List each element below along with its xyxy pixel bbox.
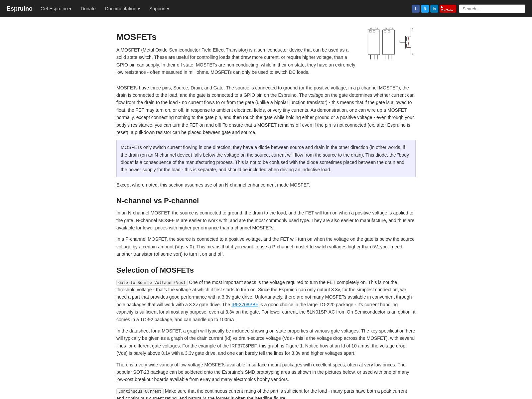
main-content: MOSFETs A MOSFET (Metal Oxide-Semiconduc… (103, 17, 429, 399)
svg-text:S: S (391, 27, 393, 30)
svg-rect-17 (388, 30, 390, 32)
facebook-icon[interactable]: f (412, 5, 420, 13)
navbar-brand[interactable]: Espruino (7, 5, 33, 12)
highlight-block: MOSFETs only switch current flowing in o… (116, 140, 416, 177)
irf3708pbf-link[interactable]: IRF3708PBF (231, 302, 258, 307)
svg-text:S: S (377, 27, 378, 30)
top-section: MOSFETs A MOSFET (Metal Oxide-Semiconduc… (116, 24, 416, 80)
section2-title: N-channel vs P-channel (116, 197, 416, 205)
search-input[interactable] (459, 4, 525, 13)
svg-text:G: G (398, 41, 400, 44)
svg-rect-16 (384, 30, 386, 32)
italic-voltage: voltage (308, 92, 323, 98)
svg-rect-7 (369, 30, 371, 32)
linkedin-icon[interactable]: in (430, 5, 438, 13)
chevron-down-icon: ▾ (69, 6, 71, 11)
highlight-text: MOSFETs only switch current flowing in o… (121, 145, 409, 172)
svg-rect-0 (368, 30, 380, 55)
sel-para1: Gate-to-Source Voltage (Vgs) One of the … (116, 279, 416, 323)
navbar: Espruino Get Espruino ▾ Donate Documenta… (0, 0, 532, 17)
nav-documentation[interactable]: Documentation ▾ (100, 6, 145, 11)
sel-para2: In the datasheet for a MOSFET, a graph w… (116, 327, 416, 357)
chevron-down-icon: ▾ (138, 6, 140, 11)
mosfet-diagram: G D S G D S (366, 24, 416, 62)
svg-text:D: D (375, 27, 376, 30)
intro-paragraph: A MOSFET (Metal Oxide-Semiconductor Fiel… (116, 46, 359, 76)
sel-para4: Continuous Current Make sure that the co… (116, 387, 416, 399)
gate-source-voltage-code: Gate-to-Source Voltage (Vgs) (116, 280, 188, 286)
para3: Except where noted, this section assumes… (116, 181, 416, 189)
continuous-current-code: Continuous Current (116, 388, 164, 394)
section3-title: Selection of MOSFETs (116, 266, 416, 275)
top-text: MOSFETs A MOSFET (Metal Oxide-Semiconduc… (116, 24, 359, 80)
svg-text:D: D (412, 28, 414, 31)
chevron-down-icon: ▾ (167, 6, 169, 11)
navbar-links: Get Espruino ▾ Donate Documentation ▾ Su… (36, 6, 412, 11)
nchannel-para2: In a P-channel MOSFET, the source is con… (116, 235, 416, 258)
nav-donate[interactable]: Donate (76, 6, 100, 11)
svg-text:S: S (412, 53, 413, 56)
svg-text:D: D (389, 27, 391, 30)
nav-support[interactable]: Support ▾ (145, 6, 174, 11)
svg-rect-9 (383, 30, 395, 55)
nchannel-para1: In an N-channel MOSFET, the source is co… (116, 209, 416, 231)
mosfet-svg: G D S G D S (366, 24, 416, 61)
nav-get-espruino[interactable]: Get Espruino ▾ (36, 6, 76, 11)
svg-text:G: G (385, 27, 387, 30)
svg-text:G: G (370, 27, 372, 30)
social-icons: f 𝕏 in ▶ YouTube (412, 5, 456, 13)
sel-para3: There is a very wide variety of low-volt… (116, 361, 416, 383)
youtube-icon[interactable]: ▶ YouTube (440, 5, 456, 13)
para2: MOSFETs have three pins, Source, Drain, … (116, 84, 416, 136)
svg-rect-8 (373, 30, 375, 32)
navbar-right: f 𝕏 in ▶ YouTube (412, 4, 525, 13)
twitter-icon[interactable]: 𝕏 (421, 5, 429, 13)
page-title: MOSFETs (116, 32, 359, 42)
